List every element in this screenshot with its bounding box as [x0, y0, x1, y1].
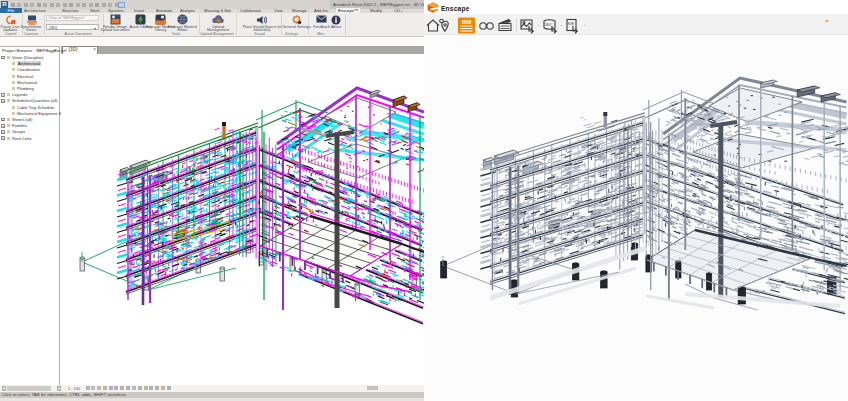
svg-text:BIM: BIM	[462, 19, 471, 25]
svg-text:360°: 360°	[545, 23, 553, 27]
svg-text:EXE: EXE	[568, 22, 574, 26]
